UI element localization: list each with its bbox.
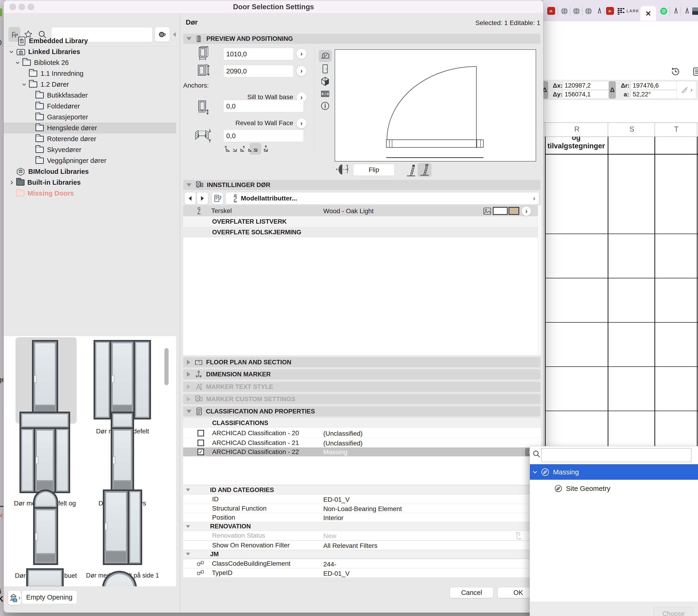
tree-item-1-2-dorer[interactable]: 1.2 Dører: [4, 79, 176, 90]
grid-tab-icon[interactable]: [617, 7, 625, 15]
tree-item-hengslede-dorer[interactable]: Hengslede dører: [4, 123, 176, 134]
previous-page-button[interactable]: [184, 192, 196, 205]
tree-item-foldedorer[interactable]: Foldedører: [4, 101, 176, 112]
terskel-options-button[interactable]: ›: [521, 206, 531, 216]
chevron-down-icon[interactable]: [15, 60, 20, 65]
checkbox-unchecked[interactable]: [197, 440, 204, 446]
active-tab[interactable]: ×: [640, 6, 656, 21]
spire-tab-icon[interactable]: [596, 7, 604, 15]
chevron-right-icon[interactable]: [9, 180, 14, 185]
section-floor-plan[interactable]: FLOOR PLAN AND SECTION: [183, 357, 540, 367]
parameter-scrollbar[interactable]: [538, 206, 541, 355]
reveal-input[interactable]: [223, 132, 304, 140]
height-input[interactable]: [223, 67, 293, 75]
thumbnail-door[interactable]: [33, 490, 58, 565]
section-marker-text-style[interactable]: MARKER TEXT STYLE: [183, 382, 540, 392]
swing-direction-left-icon[interactable]: [405, 164, 417, 177]
preview-mode-section-button[interactable]: [319, 88, 332, 100]
image-tab-icon[interactable]: [692, 7, 698, 15]
choose-button[interactable]: Choose: [653, 607, 694, 616]
tree-item-linked-libraries[interactable]: Linked Libraries: [4, 46, 176, 57]
anchor-option-icon[interactable]: [239, 145, 246, 153]
id-categories-header[interactable]: ID AND CATEGORIES: [183, 486, 541, 494]
thumbnail-door[interactable]: [94, 340, 151, 420]
spire-tab-icon[interactable]: [672, 7, 680, 15]
thumbnail-scrollbar[interactable]: [164, 348, 169, 385]
popup-item-site-geometry[interactable]: Site Geometry: [530, 482, 698, 495]
column-header-r[interactable]: R: [574, 125, 580, 134]
tree-item-bimcloud-libraries[interactable]: BIMcloud Libraries: [4, 166, 176, 177]
overflate-solskjerming-row[interactable]: OVERFLATE SOLSKJERMING: [183, 227, 541, 237]
anchor-option-icon[interactable]: [263, 145, 269, 153]
anchor-option-icon[interactable]: [224, 145, 231, 153]
dx-value[interactable]: 120987,2: [562, 81, 609, 90]
renovation-header[interactable]: RENOVATION: [183, 522, 541, 531]
position-row[interactable]: Position: [183, 513, 541, 522]
width-input[interactable]: [223, 50, 293, 58]
anchor-option-icon[interactable]: [232, 145, 238, 153]
column-header-s[interactable]: S: [629, 125, 634, 134]
width-options-button[interactable]: ›: [296, 49, 307, 59]
terskel-pen-swatch[interactable]: [493, 207, 508, 215]
terskel-material-swatch[interactable]: [508, 207, 519, 215]
empty-opening-button[interactable]: Empty Opening: [22, 590, 77, 604]
close-tab-icon[interactable]: ×: [646, 9, 651, 18]
tree-item-garasjeporter[interactable]: Garasjeporter: [4, 112, 176, 123]
spotify-tab-icon[interactable]: [659, 7, 668, 15]
overflater-listverk-row[interactable]: OVERFLATER LISTVERK: [183, 216, 541, 227]
pdf-tab-icon[interactable]: [606, 7, 614, 15]
flip-button[interactable]: Flip: [353, 164, 395, 176]
thumbnail-door[interactable]: [32, 340, 58, 420]
tree-item-bibliotek-26[interactable]: Bibliotek 26: [4, 57, 176, 68]
tree-item-built-in-libraries[interactable]: Built-in Libraries: [4, 177, 176, 188]
height-field[interactable]: [223, 65, 294, 78]
preview-mode-3d-button[interactable]: [319, 75, 332, 87]
globe-tab-icon[interactable]: [572, 7, 581, 15]
jm-header[interactable]: JM: [183, 550, 541, 558]
globe-tab-icon[interactable]: [560, 7, 569, 15]
anchor-option-icon-selected[interactable]: [252, 145, 259, 153]
tree-item-roterende-dorer[interactable]: Roterende dører: [4, 134, 176, 145]
a-value[interactable]: 52,22°: [631, 90, 677, 99]
thumbnail-door[interactable]: [19, 412, 70, 493]
texture-icon[interactable]: [483, 207, 491, 215]
tree-item-missing-doors[interactable]: Missing Doors: [4, 188, 176, 199]
dr-value[interactable]: 197476,6: [631, 81, 677, 90]
sill-field[interactable]: [223, 100, 304, 112]
library-manager-button[interactable]: ›: [8, 590, 21, 605]
popup-search-input-field[interactable]: [542, 451, 691, 459]
thumbnail-door-partial[interactable]: [26, 568, 64, 586]
chevron-down-icon[interactable]: [532, 469, 538, 475]
column-header-t[interactable]: T: [674, 125, 679, 134]
table-cell[interactable]: og tilvalgstegninger: [545, 137, 607, 154]
tree-item-butikkfasader[interactable]: Butikkfasader: [4, 90, 176, 101]
list-icon[interactable]: [693, 67, 698, 77]
chevron-down-icon[interactable]: [9, 49, 14, 54]
delta-ra-button[interactable]: Δ: [609, 81, 616, 99]
classification-row-22-selected[interactable]: ✓ ARCHICAD Classification - 22: [183, 448, 541, 456]
section-classification-properties[interactable]: CLASSIFICATION AND PROPERTIES: [183, 406, 540, 416]
mirror-icon[interactable]: [335, 163, 351, 178]
section-innstillinger-dor[interactable]: INNSTILLINGER DØR: [183, 180, 540, 190]
tree-item-1-1-innredning[interactable]: 1.1 Innredning: [4, 68, 176, 79]
tree-item-embedded-library[interactable]: Embedded Library: [4, 36, 176, 46]
spire-tab-icon[interactable]: [683, 7, 691, 15]
section-preview-positioning[interactable]: PREVIEW AND POSITIONING: [183, 33, 540, 44]
preview-mode-elevation-button[interactable]: [319, 63, 332, 75]
height-options-button[interactable]: ›: [296, 66, 307, 76]
checkbox-unchecked[interactable]: [197, 430, 204, 436]
typeid-row[interactable]: TypeID: [183, 569, 541, 577]
popup-item-massing[interactable]: Massing: [530, 464, 698, 480]
history-icon[interactable]: [670, 66, 681, 77]
thumbnail-door[interactable]: [103, 490, 142, 565]
checkbox-checked[interactable]: ✓: [197, 449, 204, 455]
section-dimension-marker[interactable]: DIMENSION MARKER: [183, 369, 540, 379]
transfer-settings-button[interactable]: [211, 192, 223, 205]
door-preview-canvas[interactable]: [335, 49, 536, 162]
swing-direction-right-icon-selected[interactable]: [418, 163, 431, 177]
lark-tab-label[interactable]: LARK: [626, 9, 640, 17]
renovation-status-row[interactable]: Renovation Status: [183, 531, 541, 540]
reveal-field[interactable]: [223, 129, 304, 142]
terskel-value[interactable]: Wood - Oak Light: [323, 207, 374, 215]
delta-xy-button[interactable]: Δ: [543, 81, 548, 99]
